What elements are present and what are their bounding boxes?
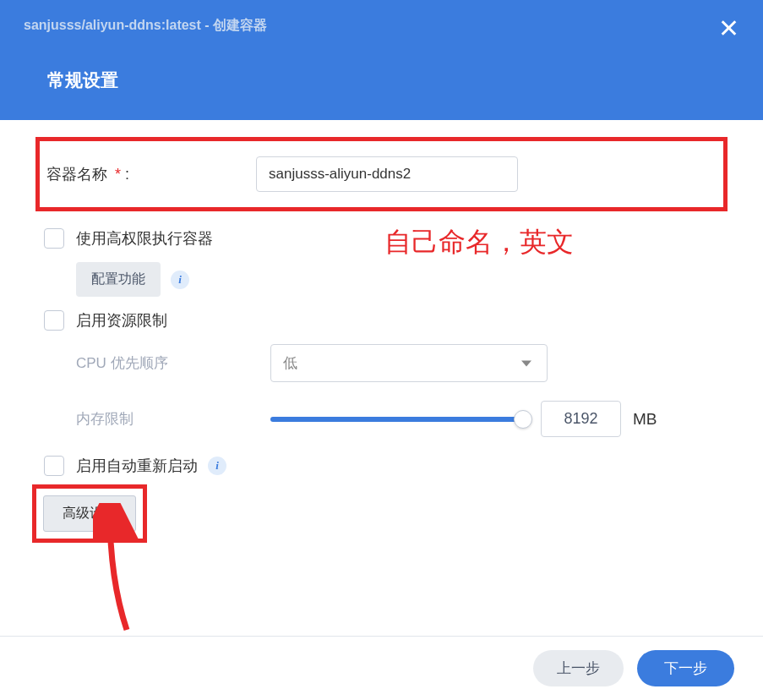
memory-slider[interactable] <box>270 417 524 422</box>
next-button[interactable]: 下一步 <box>637 650 734 686</box>
required-indicator: * <box>111 166 121 183</box>
modal-footer: 上一步 下一步 <box>0 636 763 700</box>
cpu-priority-row: CPU 优先顺序 低 <box>35 337 728 389</box>
create-container-modal: sanjusss/aliyun-ddns:latest - 创建容器 常规设置 … <box>0 0 763 700</box>
modal-title: sanjusss/aliyun-ddns:latest - 创建容器 <box>0 0 763 35</box>
config-features-row: 配置功能 i <box>35 255 728 304</box>
info-icon[interactable]: i <box>171 271 189 289</box>
memory-unit-label: MB <box>633 410 657 429</box>
container-name-input[interactable] <box>256 156 518 192</box>
auto-restart-label: 启用自动重新启动 <box>76 456 198 476</box>
privileged-label: 使用高权限执行容器 <box>76 228 213 249</box>
annotation-arrow-icon <box>93 503 144 638</box>
modal-content: 容器名称 * : 使用高权限执行容器 配置功能 i 启用资源限制 CPU 优先顺… <box>0 120 763 543</box>
close-icon[interactable] <box>719 19 738 37</box>
memory-limit-input[interactable] <box>541 401 621 437</box>
memory-limit-label: 内存限制 <box>76 409 270 429</box>
cpu-priority-label: CPU 优先顺序 <box>76 353 270 373</box>
resource-limit-label: 启用资源限制 <box>76 310 167 331</box>
modal-header: sanjusss/aliyun-ddns:latest - 创建容器 常规设置 <box>0 0 763 120</box>
resource-limit-row: 启用资源限制 <box>35 304 728 337</box>
info-icon[interactable]: i <box>208 457 226 475</box>
modal-subtitle: 常规设置 <box>0 35 763 92</box>
memory-slider-handle[interactable] <box>514 410 532 429</box>
annotation-name-hint: 自己命名，英文 <box>384 224 574 261</box>
auto-restart-checkbox[interactable] <box>44 456 64 476</box>
auto-restart-row: 启用自动重新启动 i <box>35 449 728 483</box>
config-features-button[interactable]: 配置功能 <box>76 262 161 297</box>
privileged-checkbox[interactable] <box>44 228 64 249</box>
resource-limit-checkbox[interactable] <box>44 310 64 331</box>
prev-button[interactable]: 上一步 <box>533 650 624 686</box>
memory-limit-row: 内存限制 MB <box>35 389 728 449</box>
privileged-row: 使用高权限执行容器 <box>35 221 728 255</box>
container-name-row: 容器名称 * : <box>35 137 728 211</box>
container-name-label: 容器名称 * : <box>46 164 129 184</box>
cpu-priority-select[interactable]: 低 <box>270 344 548 382</box>
